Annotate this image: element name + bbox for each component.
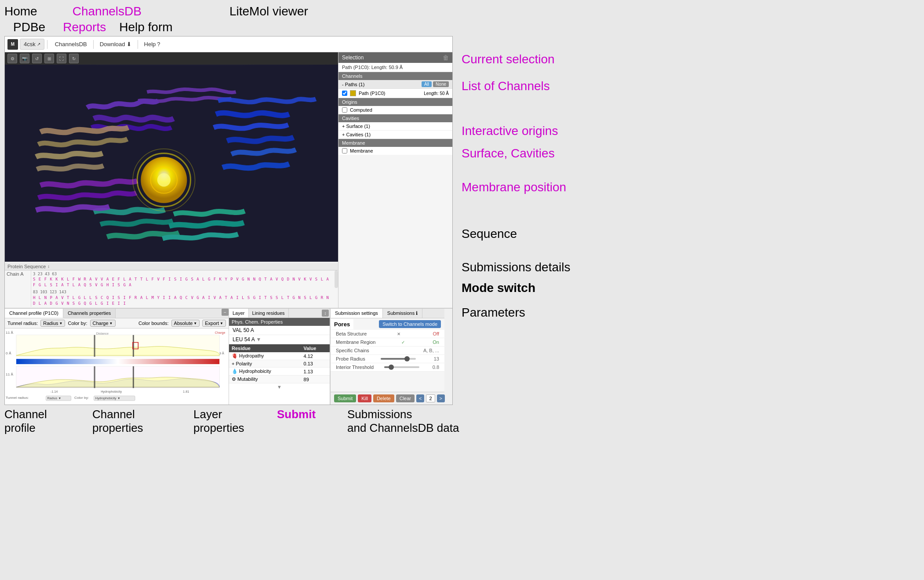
param-interior-threshold: Interior Threshold 0.8: [331, 363, 444, 372]
residues-list: VAL 50 A LEU 54 A ▼: [229, 326, 330, 344]
channel-checkbox[interactable]: [342, 91, 347, 96]
param-membrane-region: Membrane Region ✓ On: [331, 338, 444, 347]
label-channel-properties: Channelproperties: [92, 408, 180, 435]
nav-logo[interactable]: M: [7, 39, 18, 50]
collapse-profile-btn[interactable]: −: [222, 309, 229, 316]
viewer-btn-snapshot[interactable]: 📷: [20, 54, 29, 63]
svg-text:Charge: Charge: [215, 331, 226, 335]
prop-row-hydropathy: 🫀 Hydropathy 4.12: [229, 352, 330, 360]
nav-tab-4csk[interactable]: 4csk ↗: [20, 39, 44, 50]
tab-submission-settings[interactable]: Submission settings: [331, 309, 383, 318]
channel-length: Length: 50 Å: [424, 91, 449, 96]
submit-row: Submit Kill Delete Clear < 2 >: [331, 392, 444, 405]
membrane-section-header: Membrane: [338, 139, 452, 147]
viewer-toolbar: ⚙ 📷 ↺ ⊞ ⛶ ↻: [5, 52, 338, 65]
tab-submissions[interactable]: Submissions ℹ: [383, 309, 422, 318]
tab-lining-residues[interactable]: Lining residues: [249, 309, 289, 317]
label-channel-profile: Channelprofile: [4, 408, 70, 435]
charge-dropdown[interactable]: Charge: [90, 320, 116, 327]
sequence-row1: 3 23 43 63 S E F K K K L F W R A V V A E…: [31, 270, 335, 289]
tab-channels-properties[interactable]: Channels properties: [63, 309, 116, 318]
top-nav: M 4csk ↗ ChannelsDB Download ⬇: [5, 36, 452, 52]
selection-title: Selection: [342, 55, 364, 61]
mode-switch-button[interactable]: Switch to Channels mode: [379, 320, 441, 328]
svg-text:Color by:: Color by:: [74, 396, 89, 400]
channel-profile-panel: Channel profile (P1C0) Channels properti…: [5, 309, 229, 405]
computed-checkbox[interactable]: [342, 107, 347, 113]
sequence-label-bar: Protein Sequence ↕: [5, 263, 338, 270]
svg-rect-18: [94, 366, 95, 388]
param-probe-radius: Probe Radius 13: [331, 355, 444, 363]
annot-sequence: Sequence: [462, 226, 593, 242]
channels-section-header: Channels: [338, 72, 452, 80]
nav-tab-help[interactable]: Help ?: [141, 39, 164, 49]
export-dropdown[interactable]: Export: [202, 320, 226, 327]
selection-trash-icon[interactable]: 🗑: [443, 54, 449, 61]
bottom-panels: Channel profile (P1C0) Channels properti…: [5, 308, 452, 405]
viewer-btn-reset[interactable]: ↺: [32, 54, 42, 63]
sequence-scrollbar[interactable]: [335, 270, 338, 288]
label-home: Home: [4, 4, 37, 18]
channel-name: Path (P1C0): [359, 91, 386, 96]
nav-tab-download[interactable]: Download ⬇: [96, 39, 135, 49]
viewer-btn-refresh[interactable]: ↻: [69, 54, 79, 63]
param-beta-structure: Beta Structure ✕ Off: [331, 330, 444, 338]
probe-radius-slider[interactable]: [381, 358, 416, 360]
label-reports: Reports: [63, 20, 106, 34]
prop-row-polarity: + Polarity 0.13: [229, 360, 330, 368]
residue-item-1[interactable]: VAL 50 A: [229, 326, 330, 335]
viewer-btn-settings[interactable]: ⚙: [7, 54, 17, 63]
svg-text:Hydrophobicity ▼: Hydrophobicity ▼: [95, 397, 120, 401]
submit-button[interactable]: Submit: [334, 394, 356, 402]
chart-area: 11 Å 0 Å 11 Å 50.9 Å Distance Charge: [5, 328, 229, 405]
channel-path-item[interactable]: Path (P1C0) Length: 50 Å: [338, 89, 452, 98]
page-number: 2: [426, 394, 435, 402]
surface-item[interactable]: + Surface (1): [338, 122, 452, 131]
prev-page-button[interactable]: <: [416, 394, 424, 402]
clear-button[interactable]: Clear: [396, 394, 415, 402]
color-by-label: Color by:: [68, 321, 87, 326]
delete-button[interactable]: Delete: [373, 394, 394, 402]
annot-membrane-position: Membrane position: [462, 179, 593, 195]
none-button[interactable]: None: [433, 81, 449, 87]
next-page-button[interactable]: >: [437, 394, 445, 402]
viewer-btn-layout[interactable]: ⊞: [44, 54, 54, 63]
channel-color-swatch: [350, 90, 356, 96]
annot-list-channels: List of Channels: [462, 78, 593, 94]
right-annotations: Current selection List of Channels Inter…: [453, 36, 593, 325]
parameters-section: Beta Structure ✕ Off Membrane Region ✓ O…: [331, 330, 444, 372]
color-bounds-label: Color bounds:: [138, 321, 169, 326]
prop-row-mutability: ⚙ Mutability 89: [229, 376, 330, 383]
protein-svg: [5, 65, 338, 262]
membrane-item: Membrane: [338, 147, 452, 155]
profile-panel-tabs: Channel profile (P1C0) Channels properti…: [5, 309, 229, 318]
submission-tabs: Submission settings Submissions ℹ: [331, 309, 444, 318]
nav-divider-3: [138, 40, 138, 49]
membrane-checkbox[interactable]: [342, 148, 347, 153]
svg-rect-16: [16, 359, 219, 364]
radius-dropdown[interactable]: Radius: [40, 320, 65, 327]
tab-layer[interactable]: Layer: [229, 309, 249, 317]
svg-text:-1.14: -1.14: [51, 390, 58, 394]
label-litemol: LiteMol viewer: [229, 4, 308, 18]
svg-text:Hydrophobicity: Hydrophobicity: [101, 390, 122, 394]
layer-properties-panel: Layer Lining residues ↕ Phys. Chem. Prop…: [229, 309, 330, 405]
label-helpform: Help form: [119, 20, 172, 34]
tunnel-radius-label: Tunnel radius:: [7, 321, 38, 326]
label-channelsdb-top: ChannelsDB: [73, 4, 142, 18]
all-button[interactable]: All: [422, 81, 432, 87]
residue-item-2[interactable]: LEU 54 A ▼: [229, 335, 330, 344]
tab-channel-profile[interactable]: Channel profile (P1C0): [5, 309, 63, 318]
interior-threshold-slider[interactable]: [384, 366, 419, 368]
mol-viewer[interactable]: [5, 65, 338, 262]
nav-tab-channelsdb[interactable]: ChannelsDB: [50, 39, 91, 49]
annot-surface-cavities: Surface, Cavities: [462, 146, 593, 161]
viewer-section: ⚙ 📷 ↺ ⊞ ⛶ ↻: [5, 52, 338, 308]
cavities-item[interactable]: + Cavities (1): [338, 131, 452, 139]
svg-text:1.81: 1.81: [183, 390, 189, 394]
kill-button[interactable]: Kill: [358, 394, 371, 402]
absolute-dropdown[interactable]: Absolute: [171, 320, 200, 327]
annot-current-selection: Current selection: [462, 51, 593, 67]
collapse-layer-btn[interactable]: ↕: [322, 310, 329, 317]
viewer-btn-fullscreen[interactable]: ⛶: [57, 54, 66, 63]
